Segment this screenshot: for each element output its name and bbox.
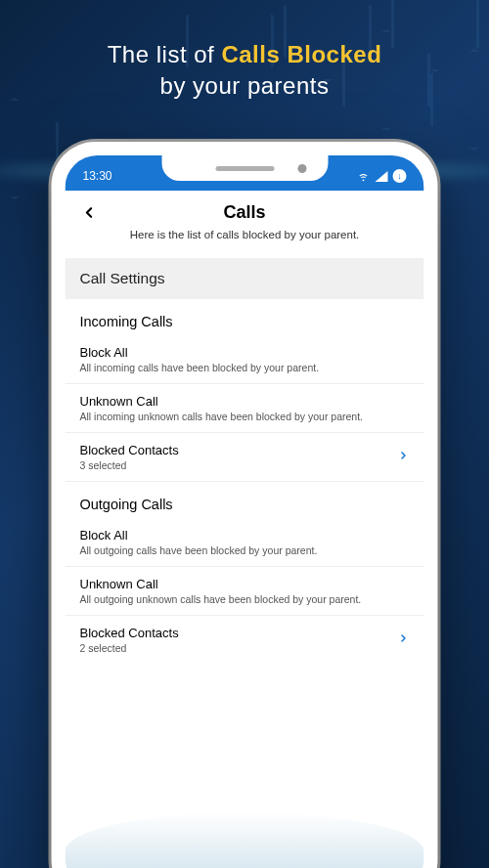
setting-title: Blocked Contacts bbox=[80, 626, 410, 640]
setting-title: Unknown Call bbox=[80, 577, 410, 591]
page-subtitle: Here is the list of calls blocked by you… bbox=[80, 229, 410, 240]
incoming-calls-heading: Incoming Calls bbox=[66, 299, 424, 335]
promo-text-line2: by your parents bbox=[160, 72, 330, 99]
setting-desc: All outgoing calls have been blocked by … bbox=[80, 544, 410, 556]
back-button[interactable] bbox=[77, 200, 101, 224]
setting-desc: 3 selected bbox=[80, 459, 410, 471]
wave-decoration bbox=[66, 812, 424, 868]
setting-desc: 2 selected bbox=[80, 642, 410, 654]
status-time: 13:30 bbox=[83, 163, 112, 183]
phone-frame: 13:30 ↓ Calls Here is the list of calls … bbox=[52, 142, 438, 868]
app-header: Calls Here is the list of calls blocked … bbox=[66, 191, 424, 248]
setting-title: Unknown Call bbox=[80, 394, 410, 409]
setting-desc: All incoming calls have been blocked by … bbox=[80, 362, 410, 373]
speaker-slot bbox=[215, 166, 274, 171]
setting-title: Block All bbox=[80, 345, 410, 360]
download-icon: ↓ bbox=[393, 169, 407, 183]
status-icons: ↓ bbox=[357, 163, 407, 183]
setting-title: Block All bbox=[80, 528, 410, 542]
page-title: Calls bbox=[80, 200, 410, 229]
chevron-left-icon bbox=[80, 204, 97, 221]
setting-title: Blocked Contacts bbox=[80, 443, 410, 457]
outgoing-block-all-row[interactable]: Block All All outgoing calls have been b… bbox=[66, 518, 424, 567]
phone-screen: 13:30 ↓ Calls Here is the list of calls … bbox=[66, 155, 424, 868]
promo-text-highlight: Calls Blocked bbox=[221, 41, 381, 67]
front-camera bbox=[297, 164, 306, 173]
outgoing-calls-heading: Outgoing Calls bbox=[66, 482, 424, 518]
setting-desc: All outgoing unknown calls have been blo… bbox=[80, 593, 410, 605]
phone-notch bbox=[161, 155, 328, 181]
outgoing-blocked-contacts-row[interactable]: Blocked Contacts 2 selected bbox=[66, 616, 424, 664]
incoming-blocked-contacts-row[interactable]: Blocked Contacts 3 selected bbox=[66, 433, 424, 482]
setting-desc: All incoming unknown calls have been blo… bbox=[80, 411, 410, 422]
wifi-icon bbox=[357, 169, 371, 183]
chevron-right-icon bbox=[398, 630, 410, 650]
chevron-right-icon bbox=[398, 448, 410, 467]
promo-text-pre: The list of bbox=[108, 41, 222, 67]
signal-icon bbox=[376, 171, 388, 182]
section-call-settings: Call Settings bbox=[66, 258, 424, 299]
outgoing-unknown-row[interactable]: Unknown Call All outgoing unknown calls … bbox=[66, 567, 424, 616]
promo-headline: The list of Calls Blocked by your parent… bbox=[0, 0, 489, 103]
incoming-block-all-row[interactable]: Block All All incoming calls have been b… bbox=[66, 335, 424, 384]
incoming-unknown-row[interactable]: Unknown Call All incoming unknown calls … bbox=[66, 384, 424, 433]
